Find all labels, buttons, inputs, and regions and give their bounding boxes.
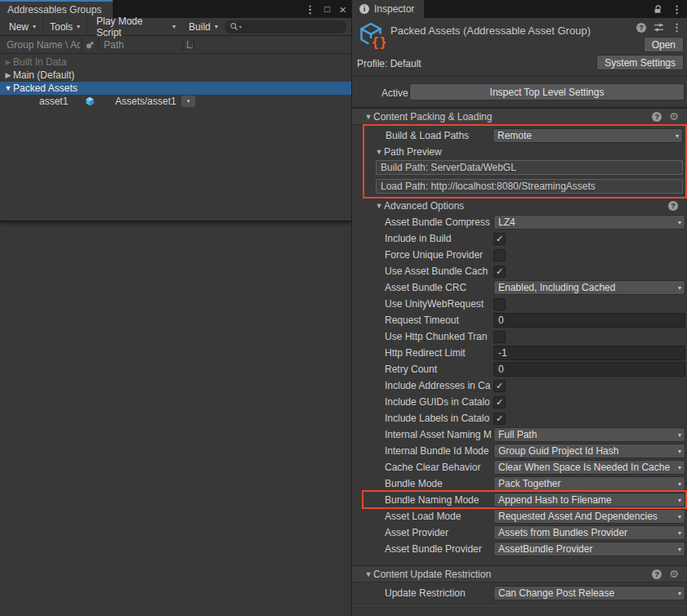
chevron-down-icon: ▾ — [172, 23, 176, 30]
unlock-icon[interactable] — [653, 4, 662, 15]
http-redirect-limit-field[interactable] — [493, 346, 685, 360]
more-options-icon[interactable]: ⋮ — [671, 22, 682, 33]
foldout-closed-icon[interactable]: ▶ — [3, 71, 13, 79]
close-icon[interactable]: × — [339, 2, 346, 16]
maximize-icon[interactable]: □ — [324, 3, 330, 15]
use-asset-bundle-cache-checkbox[interactable]: ✓ — [493, 266, 506, 278]
open-button[interactable]: Open — [644, 37, 684, 52]
tree-item-built-in-data[interactable]: ▶ Built In Data — [0, 56, 351, 69]
addressables-groups-window: Addressables Groups ⋮ □ × New ▾ Tools ▾ … — [0, 0, 351, 221]
path-preview-foldout[interactable]: ▼ Path Preview — [364, 144, 685, 160]
foldout-open-icon: ▼ — [374, 202, 384, 210]
foldout-open-icon[interactable]: ▼ — [364, 113, 373, 121]
build-load-paths-dropdown[interactable]: Remote ▾ — [493, 128, 683, 143]
highlight-box-build-load-paths: Build & Load Paths Remote ▾ ▼ Path Previ… — [363, 124, 687, 199]
bundle-naming-mode-dropdown[interactable]: Append Hash to Filename▾ — [493, 493, 685, 507]
chevron-down-icon: ▾ — [678, 219, 681, 226]
column-state-icon[interactable] — [85, 36, 95, 53]
help-icon[interactable]: ? — [636, 23, 646, 33]
field-row-asset-provider: Asset Provider Assets from Bundles Provi… — [352, 524, 687, 541]
divider — [352, 75, 687, 76]
asset-load-mode-dropdown[interactable]: Requested Asset And Dependencies▾ — [493, 509, 685, 524]
tools-dropdown[interactable]: Tools ▾ — [43, 18, 87, 36]
field-row-retry-count: Retry Count — [352, 361, 687, 377]
asset-bundle-provider-dropdown[interactable]: AssetBundle Provider▾ — [493, 542, 685, 556]
include-labels-in-catalog-checkbox[interactable]: ✓ — [493, 413, 506, 425]
field-row-asset-bundle-compression: Asset Bundle Compress LZ4▾ — [352, 214, 687, 230]
asset-path-dropdown[interactable]: ▾ — [181, 96, 195, 107]
tree-item-packed-assets[interactable]: ▼ Packed Assets — [0, 82, 351, 95]
request-timeout-field[interactable] — [493, 313, 685, 328]
use-unitywebrequest-checkbox[interactable] — [493, 298, 506, 310]
use-http-chunked-transfer-checkbox[interactable] — [493, 331, 506, 343]
internal-bundle-id-mode-dropdown[interactable]: Group Guid Project Id Hash▾ — [493, 444, 685, 458]
system-settings-button[interactable]: System Settings — [596, 55, 684, 70]
svg-text:{}: {} — [372, 34, 386, 50]
help-icon[interactable]: ? — [652, 112, 662, 122]
foldout-closed-icon[interactable]: ▶ — [3, 58, 13, 66]
inspector-header: {} Packed Assets (Addressable Asset Grou… — [352, 18, 687, 108]
help-icon[interactable]: ? — [652, 569, 662, 579]
column-divider — [98, 38, 99, 51]
section-content-update-restriction[interactable]: ▼ Content Update Restriction ? ⚙ — [352, 565, 687, 583]
gear-icon[interactable]: ⚙ — [669, 569, 679, 579]
tab-inspector[interactable]: i Inspector — [352, 0, 424, 18]
foldout-open-icon[interactable]: ▼ — [364, 570, 373, 578]
window-menu-icon[interactable]: ⋮ — [305, 4, 315, 15]
field-row-force-unique-provider: Force Unique Provider — [352, 247, 687, 263]
asset-cube-icon — [85, 96, 95, 106]
new-dropdown[interactable]: New ▾ — [2, 18, 42, 36]
force-unique-provider-checkbox[interactable] — [493, 249, 506, 261]
asset-provider-dropdown[interactable]: Assets from Bundles Provider▾ — [493, 525, 685, 540]
chevron-down-icon: ▾ — [678, 464, 681, 471]
gear-icon[interactable]: ⚙ — [669, 111, 679, 122]
help-icon[interactable]: ? — [668, 201, 678, 211]
foldout-open-icon[interactable]: ▼ — [3, 84, 13, 92]
advanced-options-rows: Asset Bundle Compress LZ4▾ Include in Bu… — [352, 214, 687, 557]
field-row-internal-bundle-id-mode: Internal Bundle Id Mode Group Guid Proje… — [352, 443, 687, 459]
field-row-internal-asset-naming-mode: Internal Asset Naming M Full Path▾ — [352, 426, 687, 443]
info-icon: i — [359, 4, 369, 14]
column-group-name[interactable]: Group Name \ Ad — [7, 36, 80, 53]
include-in-build-checkbox[interactable]: ✓ — [493, 233, 506, 245]
kebab-menu-icon[interactable]: ⋮ — [671, 4, 682, 15]
field-row-asset-bundle-crc: Asset Bundle CRC Enabled, Including Cach… — [352, 279, 687, 296]
field-row-include-labels-in-catalog: Include Labels in Catalo ✓ — [352, 410, 687, 426]
bundle-mode-dropdown[interactable]: Pack Together▾ — [493, 476, 685, 491]
play-mode-script-dropdown[interactable]: Play Mode Script ▾ — [90, 18, 182, 36]
retry-count-field[interactable] — [493, 362, 685, 377]
advanced-options-foldout[interactable]: ▼ Advanced Options ? — [352, 199, 687, 213]
column-labels[interactable]: La — [186, 36, 193, 53]
chevron-down-icon: ▾ — [678, 448, 681, 455]
cache-clear-behavior-dropdown[interactable]: Clear When Space Is Needed In Cache▾ — [493, 460, 685, 475]
column-divider — [194, 38, 194, 51]
chevron-down-icon: ▾ — [187, 98, 190, 105]
build-path-value: Build Path: ServerData/WebGL — [376, 160, 683, 175]
chevron-down-icon: ▾ — [678, 513, 681, 520]
toolbar-divider — [87, 18, 87, 36]
tree-item-main-default[interactable]: ▶ Main (Default) — [0, 69, 351, 82]
asset-bundle-crc-dropdown[interactable]: Enabled, Including Cached▾ — [493, 280, 685, 295]
load-path-value: Load Path: http://localhost:8080/Streami… — [376, 179, 683, 194]
tree-item-asset1[interactable]: asset1 Assets/asset1 ▾ — [0, 95, 351, 108]
chevron-down-icon: ▾ — [678, 431, 681, 439]
internal-asset-naming-mode-dropdown[interactable]: Full Path▾ — [493, 427, 685, 442]
groups-toolbar: New ▾ Tools ▾ Play Mode Script ▾ Build ▾… — [0, 18, 351, 36]
inspect-top-level-settings-button[interactable]: Inspect Top Level Settings — [409, 83, 685, 100]
search-filter-caret-icon: ▾ — [239, 24, 242, 29]
column-path[interactable]: Path — [104, 36, 124, 53]
presets-icon[interactable] — [654, 22, 664, 33]
build-dropdown[interactable]: Build ▾ — [182, 18, 225, 36]
update-restriction-dropdown[interactable]: Can Change Post Release▾ — [493, 586, 685, 600]
tab-addressables-groups-label: Addressables Groups — [7, 4, 101, 16]
include-guids-in-catalog-checkbox[interactable]: ✓ — [493, 396, 506, 408]
field-row-use-http-chunked-transfer: Use Http Chunked Tran — [352, 328, 687, 345]
asset-bundle-compression-dropdown[interactable]: LZ4▾ — [493, 215, 685, 230]
field-row-bundle-mode: Bundle Mode Pack Together▾ — [352, 475, 687, 492]
chevron-down-icon: ▾ — [678, 480, 681, 488]
include-addresses-in-catalog-checkbox[interactable]: ✓ — [493, 380, 506, 392]
divider — [352, 605, 687, 606]
section-content-packing-loading[interactable]: ▼ Content Packing & Loading ? ⚙ — [352, 108, 687, 125]
search-input[interactable]: ▾ — [225, 20, 346, 33]
chevron-down-icon: ▾ — [678, 529, 681, 537]
